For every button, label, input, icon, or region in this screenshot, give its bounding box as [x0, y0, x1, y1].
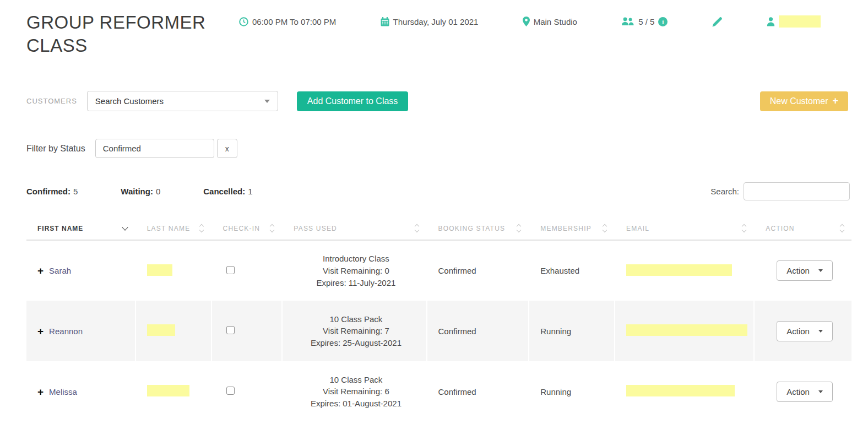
row-action-button[interactable]: Action: [777, 382, 833, 402]
cell-check-in: [211, 240, 283, 301]
cell-action: Action: [754, 240, 851, 301]
sort-icon: [415, 225, 419, 232]
column-header-pass-used[interactable]: PASS USED: [282, 217, 426, 240]
column-header-email[interactable]: EMAIL: [615, 217, 754, 240]
class-info-bar: 06:00 PM To 07:00 PM Thursday, July 01 2…: [219, 11, 851, 28]
cell-last-name: [135, 240, 211, 301]
column-header-first-name[interactable]: FIRST NAME: [26, 217, 135, 240]
class-header: GROUP REFORMER CLASS 06:00 PM To 07:00 P…: [26, 11, 851, 57]
customer-name-link[interactable]: Melissa: [49, 387, 77, 396]
customers-bar: CUSTOMERS Search Customers Add Customer …: [26, 91, 851, 111]
check-in-checkbox[interactable]: [226, 387, 235, 395]
class-detail-page: GROUP REFORMER CLASS 06:00 PM To 07:00 P…: [0, 0, 868, 422]
customer-name-link[interactable]: Sarah: [49, 266, 71, 275]
status-filter-input[interactable]: [95, 139, 214, 158]
sort-icon: [517, 225, 520, 232]
class-capacity-text: 5 / 5: [638, 17, 654, 26]
add-customer-button[interactable]: Add Customer to Class: [297, 91, 409, 111]
edit-class[interactable]: [712, 17, 723, 27]
cancelled-stat-label: Cancelled:: [203, 187, 245, 196]
cell-action: Action: [754, 301, 851, 361]
new-customer-label: New Customer: [770, 96, 828, 106]
column-header-label: LAST NAME: [147, 225, 191, 232]
column-header-last-name[interactable]: LAST NAME: [135, 217, 211, 240]
table-row: + Sarah Introductory Class Visit Remaini…: [26, 240, 851, 301]
cell-booking-status: Confirmed: [427, 301, 529, 361]
table-header-row: FIRST NAME LAST NAME CHECK-IN PASS USED …: [26, 217, 851, 240]
clock-icon: [239, 17, 248, 26]
column-header-label: PASS USED: [294, 225, 337, 232]
instructor-person-icon: [767, 17, 775, 26]
cell-membership: Running: [529, 361, 615, 422]
plus-icon: +: [832, 95, 838, 107]
row-action-label: Action: [786, 327, 810, 336]
column-header-booking-status[interactable]: BOOKING STATUS: [427, 217, 529, 240]
cell-email: [615, 361, 754, 422]
new-customer-button[interactable]: New Customer +: [760, 91, 848, 111]
cell-action: Action: [754, 361, 851, 422]
table-row: + Reannon 10 Class Pack Visit Remaining:…: [26, 301, 851, 361]
search-customers-value: Search Customers: [95, 96, 164, 106]
cell-booking-status: Confirmed: [427, 240, 529, 301]
table-row: + Melissa 10 Class Pack Visit Remaining:…: [26, 361, 851, 422]
expand-row-icon[interactable]: +: [37, 265, 44, 276]
row-action-button[interactable]: Action: [777, 321, 833, 341]
pass-visits: Visit Remaining: 6: [294, 385, 418, 398]
page-title: GROUP REFORMER CLASS: [26, 11, 219, 57]
attendees-icon: [621, 17, 634, 26]
pass-name: 10 Class Pack: [294, 313, 418, 325]
sort-icon: [742, 225, 746, 232]
cell-last-name: [135, 301, 211, 361]
instructor-name-redacted: [779, 15, 821, 28]
capacity-info-icon[interactable]: i: [658, 17, 668, 26]
last-name-redacted: [147, 324, 175, 336]
pass-name: 10 Class Pack: [294, 374, 418, 386]
cell-membership: Exhausted: [529, 240, 615, 301]
confirmed-stat-label: Confirmed:: [26, 187, 70, 196]
check-in-checkbox[interactable]: [226, 326, 235, 334]
cell-last-name: [135, 361, 211, 422]
row-action-label: Action: [786, 266, 810, 275]
confirmed-stat-count: 5: [73, 187, 78, 196]
class-date-text: Thursday, July 01 2021: [393, 17, 479, 26]
cell-first-name: + Sarah: [26, 240, 135, 301]
row-action-button[interactable]: Action: [777, 260, 833, 281]
table-search-label: Search:: [710, 187, 739, 196]
column-header-action[interactable]: ACTION: [754, 217, 851, 240]
customer-name-link[interactable]: Reannon: [49, 327, 83, 336]
waiting-stat-count: 0: [156, 187, 160, 196]
table-search-input[interactable]: [744, 182, 850, 200]
chevron-down-icon: [818, 390, 823, 393]
check-in-checkbox[interactable]: [226, 266, 235, 274]
row-action-label: Action: [786, 387, 810, 396]
cell-membership: Running: [529, 301, 615, 361]
column-header-membership[interactable]: MEMBERSHIP: [529, 217, 615, 240]
cell-check-in: [211, 301, 283, 361]
pass-expires: Expires: 25-August-2021: [294, 337, 418, 349]
column-header-label: BOOKING STATUS: [438, 225, 506, 232]
chevron-down-icon: [818, 269, 823, 272]
confirmed-stat: Confirmed:5: [26, 187, 78, 196]
class-instructor: [767, 15, 821, 28]
booking-summary-row: Confirmed:5 Waiting:0 Cancelled:1 Search…: [26, 182, 851, 200]
sort-desc-icon: [122, 224, 128, 230]
expand-row-icon[interactable]: +: [37, 387, 44, 397]
clear-filter-button[interactable]: x: [217, 139, 237, 158]
location-pin-icon: [523, 17, 530, 26]
sort-icon: [603, 225, 606, 232]
cell-pass-used: 10 Class Pack Visit Remaining: 7 Expires…: [282, 301, 426, 361]
pass-expires: Expires: 11-July-2021: [294, 277, 418, 289]
sort-icon: [270, 225, 274, 232]
customers-table: FIRST NAME LAST NAME CHECK-IN PASS USED …: [26, 217, 851, 422]
edit-pencil-icon[interactable]: [712, 17, 723, 27]
cell-email: [615, 240, 754, 301]
expand-row-icon[interactable]: +: [37, 326, 44, 336]
cell-first-name: + Melissa: [26, 361, 135, 422]
class-location-text: Main Studio: [534, 17, 577, 26]
column-header-check-in[interactable]: CHECK-IN: [211, 217, 283, 240]
customers-label: CUSTOMERS: [26, 97, 77, 105]
cancelled-stat: Cancelled:1: [203, 187, 252, 196]
search-customers-select[interactable]: Search Customers: [87, 91, 278, 111]
cell-email: [615, 301, 754, 361]
pass-visits: Visit Remaining: 7: [294, 325, 418, 337]
